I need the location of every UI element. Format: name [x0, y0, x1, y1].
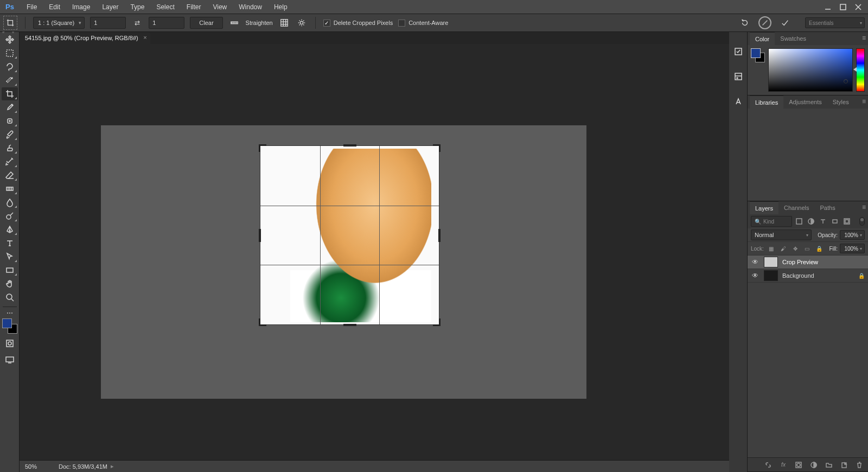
marquee-tool[interactable] [2, 47, 18, 60]
foreground-background-colors[interactable] [2, 318, 17, 334]
edit-toolbar-button[interactable]: ⋯ [2, 309, 18, 317]
crop-handle-tl[interactable] [259, 144, 266, 152]
delete-layer-button[interactable] [855, 461, 864, 469]
new-layer-button[interactable] [840, 461, 848, 469]
layer-list[interactable]: 👁 Crop Preview 👁 Background 🔒 [748, 256, 868, 457]
crop-handle-top[interactable] [343, 144, 356, 146]
crop-tool[interactable] [2, 87, 18, 100]
expand-info-icon[interactable]: ▸ [111, 463, 114, 470]
crop-width-input[interactable]: 1 [90, 17, 126, 29]
libraries-body[interactable] [748, 109, 868, 201]
foreground-color-swatch[interactable] [2, 318, 12, 328]
layer-item[interactable]: 👁 Background 🔒 [748, 269, 868, 283]
zoom-tool[interactable] [2, 291, 18, 304]
visibility-toggle[interactable]: 👁 [751, 272, 760, 279]
tab-styles[interactable]: Styles [827, 95, 854, 109]
doc-size[interactable]: Doc: 5,93M/3,41M [59, 463, 107, 470]
visibility-toggle[interactable]: 👁 [751, 258, 760, 266]
tab-paths[interactable]: Paths [815, 201, 841, 214]
commit-crop-button[interactable] [779, 17, 791, 29]
rectangle-tool[interactable] [2, 264, 18, 277]
delete-cropped-checkbox[interactable]: Delete Cropped Pixels [323, 20, 393, 27]
link-layers-button[interactable] [764, 461, 773, 469]
content-aware-checkbox[interactable]: Content-Aware [398, 20, 448, 27]
healing-brush-tool[interactable] [2, 114, 18, 127]
layer-name[interactable]: Crop Preview [782, 259, 818, 265]
gradient-tool[interactable] [2, 182, 18, 195]
hue-slider-thumb[interactable] [853, 67, 857, 72]
filter-smart-icon[interactable] [842, 216, 852, 226]
move-tool[interactable] [2, 33, 18, 46]
menu-select[interactable]: Select [150, 0, 180, 14]
new-fill-adjust-button[interactable] [809, 461, 818, 469]
pen-tool[interactable] [2, 223, 18, 236]
blur-tool[interactable] [2, 196, 18, 209]
opacity-value[interactable]: 100% [840, 230, 865, 240]
layer-thumbnail[interactable] [764, 270, 778, 281]
hand-tool[interactable] [2, 277, 18, 290]
menu-type[interactable]: Type [124, 0, 150, 14]
panel-menu-button[interactable]: ≡ [862, 98, 866, 105]
menu-view[interactable]: View [207, 0, 233, 14]
lasso-tool[interactable] [2, 60, 18, 73]
tab-swatches[interactable]: Swatches [775, 32, 812, 45]
straighten-label[interactable]: Straighten [246, 20, 273, 26]
history-panel-icon[interactable] [732, 45, 745, 58]
crop-region[interactable] [260, 146, 439, 324]
panel-menu-button[interactable]: ≡ [862, 34, 866, 42]
menu-layer[interactable]: Layer [96, 0, 124, 14]
menu-image[interactable]: Image [66, 0, 96, 14]
crop-handle-tr[interactable] [433, 144, 441, 152]
layer-kind-filter[interactable]: 🔍 Kind [751, 216, 792, 227]
lock-transparent-icon[interactable]: ▦ [767, 244, 776, 253]
color-fgbg-swatches[interactable] [751, 48, 765, 62]
fg-swatch[interactable] [751, 48, 761, 58]
close-document-button[interactable]: × [143, 34, 146, 41]
path-select-tool[interactable] [2, 250, 18, 263]
properties-panel-icon[interactable] [732, 70, 745, 83]
eraser-tool[interactable] [2, 169, 18, 182]
clear-button[interactable]: Clear [190, 17, 222, 29]
filter-adjustment-icon[interactable] [806, 216, 816, 226]
layer-fx-button[interactable]: fx [779, 461, 788, 469]
filter-type-icon[interactable] [818, 216, 828, 226]
layer-name[interactable]: Background [782, 272, 814, 279]
reset-crop-button[interactable] [739, 17, 751, 29]
menu-file[interactable]: File [21, 0, 43, 14]
brush-tool[interactable] [2, 128, 18, 141]
crop-settings-button[interactable] [296, 17, 308, 29]
filter-shape-icon[interactable] [830, 216, 840, 226]
filter-pixel-icon[interactable] [794, 216, 804, 226]
tab-channels[interactable]: Channels [778, 201, 814, 214]
blend-mode-select[interactable]: Normal [751, 229, 812, 240]
maximize-button[interactable] [835, 0, 851, 14]
crop-handle-bottom[interactable] [343, 324, 356, 326]
tab-adjustments[interactable]: Adjustments [783, 95, 827, 109]
character-panel-icon[interactable] [732, 95, 745, 108]
tab-color[interactable]: Color [750, 32, 775, 45]
color-field-thumb[interactable] [844, 79, 848, 84]
crop-handle-bl[interactable] [259, 318, 266, 326]
color-field[interactable] [768, 48, 853, 92]
eyedropper-tool[interactable] [2, 101, 18, 114]
lock-artboard-icon[interactable]: ▭ [803, 244, 812, 253]
menu-window[interactable]: Window [233, 0, 268, 14]
layer-thumbnail[interactable] [764, 257, 778, 267]
add-mask-button[interactable] [794, 461, 803, 469]
overlay-options-button[interactable] [278, 17, 290, 29]
close-button[interactable] [851, 0, 866, 14]
cancel-crop-button[interactable] [758, 16, 771, 29]
lock-pixels-icon[interactable]: 🖌 [779, 244, 788, 253]
new-group-button[interactable] [825, 461, 833, 469]
panel-menu-button[interactable]: ≡ [862, 203, 866, 211]
crop-ratio-preset[interactable]: 1 : 1 (Square) [33, 17, 85, 29]
crop-height-input[interactable]: 1 [149, 17, 184, 29]
layer-item[interactable]: 👁 Crop Preview [748, 256, 868, 269]
hue-strip[interactable] [856, 48, 865, 92]
lock-position-icon[interactable]: ✥ [791, 244, 800, 253]
document-tab[interactable]: 54155.jpg @ 50% (Crop Preview, RGB/8#) × [20, 32, 150, 44]
clone-stamp-tool[interactable] [2, 142, 18, 155]
type-tool[interactable] [2, 237, 18, 250]
crop-handle-left[interactable] [259, 229, 261, 242]
canvas-area[interactable] [20, 44, 729, 460]
